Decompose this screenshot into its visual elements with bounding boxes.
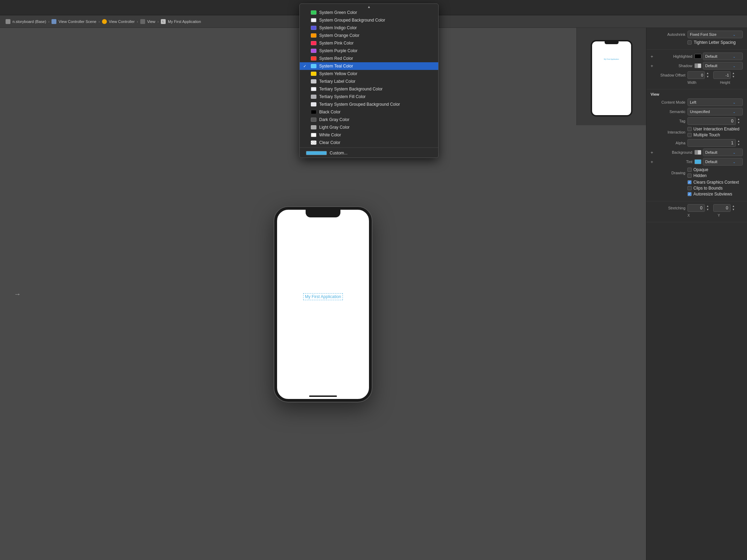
color-dot-grouped-bg: [311, 18, 316, 22]
tint-select[interactable]: Default ⌄: [703, 158, 743, 166]
shadow-offset-row: Shadow Offset 0 ▲ ▼ -1 ▲ ▼: [651, 71, 743, 79]
breadcrumb-label[interactable]: My First Application: [168, 19, 201, 24]
alpha-stepper-down[interactable]: ▼: [737, 143, 743, 146]
tint-color-swatch[interactable]: [694, 159, 701, 164]
dropdown-item-system-red[interactable]: System Red Color: [300, 55, 438, 62]
dropdown-item-tertiary-sys-bg[interactable]: Tertiary System Background Color: [300, 85, 438, 93]
item-label-dark-gray: Dark Gray Color: [319, 117, 349, 122]
stretching-x-down[interactable]: ▼: [706, 208, 712, 211]
tighten-checkbox[interactable]: [687, 40, 692, 45]
autoshrink-arrow: ⌄: [733, 33, 736, 37]
dropdown-item-clear[interactable]: Clear Color: [300, 139, 438, 146]
stretching-x-stepper[interactable]: ▲ ▼: [706, 205, 712, 211]
dropdown-item-system-pink[interactable]: System Pink Color: [300, 39, 438, 47]
content-mode-select[interactable]: Left ⌄: [687, 98, 743, 106]
shadow-color-swatch[interactable]: [694, 63, 701, 68]
tag-row: Tag 0 ▲ ▼: [651, 117, 743, 125]
item-label-black: Black Color: [319, 110, 340, 114]
shadow-offset-width-input[interactable]: 0: [687, 71, 705, 79]
dropdown-item-system-purple[interactable]: System Purple Color: [300, 47, 438, 55]
height-label: Height: [720, 81, 730, 85]
stretching-x-input[interactable]: 0: [687, 204, 705, 212]
tag-stepper-down[interactable]: ▼: [737, 121, 743, 125]
semantic-select[interactable]: Unspecified ⌄: [687, 108, 743, 115]
content-mode-label: Content Mode: [651, 100, 685, 104]
interaction-row: Interaction User Interaction Enabled Mul…: [651, 127, 743, 137]
tint-row: + Tint Default ⌄: [651, 158, 743, 166]
highlighted-value: Default: [705, 54, 717, 58]
stretching-y-up[interactable]: ▲: [732, 205, 738, 208]
dropdown-item-tertiary-label[interactable]: Tertiary Label Color: [300, 78, 438, 85]
background-color-swatch[interactable]: [694, 150, 701, 155]
breadcrumb-vc[interactable]: View Controller: [109, 19, 135, 24]
clips-checkbox[interactable]: [687, 186, 692, 190]
item-label-system-pink: System Pink Color: [319, 41, 354, 46]
dropdown-item-light-gray[interactable]: Light Gray Color: [300, 123, 438, 131]
stretching-y-val: 0: [726, 206, 728, 210]
dropdown-divider: [300, 147, 438, 148]
background-plus[interactable]: +: [651, 150, 655, 155]
stretching-y-stepper[interactable]: ▲ ▼: [732, 205, 738, 211]
tint-plus[interactable]: +: [651, 159, 655, 165]
dropdown-item-dark-gray[interactable]: Dark Gray Color: [300, 116, 438, 123]
shadow-offset-width-stepper[interactable]: ▲ ▼: [706, 72, 712, 79]
highlighted-plus[interactable]: +: [651, 54, 655, 59]
stretching-y-down[interactable]: ▼: [732, 208, 738, 211]
shadow-select[interactable]: Default ⌄: [703, 62, 743, 70]
autoshrink-select[interactable]: Fixed Font Size ⌄: [687, 31, 743, 38]
dropdown-item-system-green[interactable]: System Green Color: [300, 9, 438, 16]
dropdown-item-system-teal[interactable]: ✓ System Teal Color: [300, 62, 438, 70]
alpha-stepper[interactable]: ▲ ▼: [737, 139, 743, 146]
alpha-input[interactable]: 1: [687, 139, 736, 147]
content-mode-control: Left ⌄: [687, 98, 743, 106]
height-stepper-down[interactable]: ▼: [732, 75, 738, 79]
user-interaction-checkbox[interactable]: [687, 127, 692, 131]
item-label-system-indigo: System Indigo Color: [319, 25, 357, 30]
custom-color-bar: [306, 151, 327, 155]
dropdown-custom[interactable]: Custom...: [300, 149, 438, 158]
shadow-plus[interactable]: +: [651, 63, 655, 69]
dropdown-item-tertiary-fill[interactable]: Tertiary System Fill Color: [300, 93, 438, 101]
highlighted-color-swatch[interactable]: [694, 54, 701, 59]
clips-label: Clips to Bounds: [693, 186, 723, 191]
color-dot-light-gray: [311, 125, 316, 129]
dropdown-item-system-orange[interactable]: System Orange Color: [300, 32, 438, 39]
width-stepper-down[interactable]: ▼: [706, 75, 712, 79]
color-dot-tertiary-label: [311, 79, 316, 83]
shadow-offset-width-val: 0: [701, 73, 703, 77]
dropdown-item-tertiary-grouped-bg[interactable]: Tertiary System Grouped Background Color: [300, 101, 438, 108]
shadow-offset-height-input[interactable]: -1: [713, 71, 731, 79]
clears-checkbox[interactable]: ✓: [687, 180, 692, 184]
height-stepper-up[interactable]: ▲: [732, 72, 738, 75]
hidden-checkbox[interactable]: [687, 174, 692, 178]
canvas-arrow: →: [14, 290, 21, 298]
item-label-tertiary-sys-bg: Tertiary System Background Color: [319, 87, 383, 91]
multiple-touch-checkbox[interactable]: [687, 133, 692, 137]
breadcrumb-scene[interactable]: View Controller Scene: [58, 19, 96, 24]
alpha-stepper-up[interactable]: ▲: [737, 139, 743, 143]
breadcrumb-scene-icon: [52, 19, 56, 24]
breadcrumb-view[interactable]: View: [147, 19, 156, 24]
tag-input[interactable]: 0: [687, 117, 736, 125]
highlighted-select[interactable]: Default ⌄: [703, 53, 743, 60]
stretching-x-up[interactable]: ▲: [706, 205, 712, 208]
shadow-offset-label: Shadow Offset: [651, 73, 685, 77]
tighten-label: Tighten Letter Spacing: [694, 40, 736, 45]
shadow-offset-height-stepper[interactable]: ▲ ▼: [732, 72, 738, 79]
opaque-checkbox[interactable]: [687, 168, 692, 172]
dropdown-item-black[interactable]: Black Color: [300, 108, 438, 116]
width-stepper-up[interactable]: ▲: [706, 72, 712, 75]
stretching-y-input[interactable]: 0: [713, 204, 731, 212]
background-select[interactable]: Default ⌄: [703, 149, 743, 156]
color-dot-indigo: [311, 26, 316, 30]
dropdown-item-system-grouped-bg[interactable]: System Grouped Background Color: [300, 16, 438, 24]
semantic-arrow: ⌄: [733, 110, 736, 114]
dropdown-item-white[interactable]: White Color: [300, 131, 438, 139]
breadcrumb-file[interactable]: n.storyboard (Base): [13, 19, 46, 24]
dropdown-item-system-indigo[interactable]: System Indigo Color: [300, 24, 438, 32]
dropdown-item-system-yellow[interactable]: System Yellow Color: [300, 70, 438, 78]
tag-stepper-up[interactable]: ▲: [737, 118, 743, 121]
autoresize-checkbox[interactable]: ✓: [687, 192, 692, 196]
tag-stepper[interactable]: ▲ ▼: [737, 118, 743, 125]
breadcrumb-sep-4: ›: [157, 19, 159, 24]
